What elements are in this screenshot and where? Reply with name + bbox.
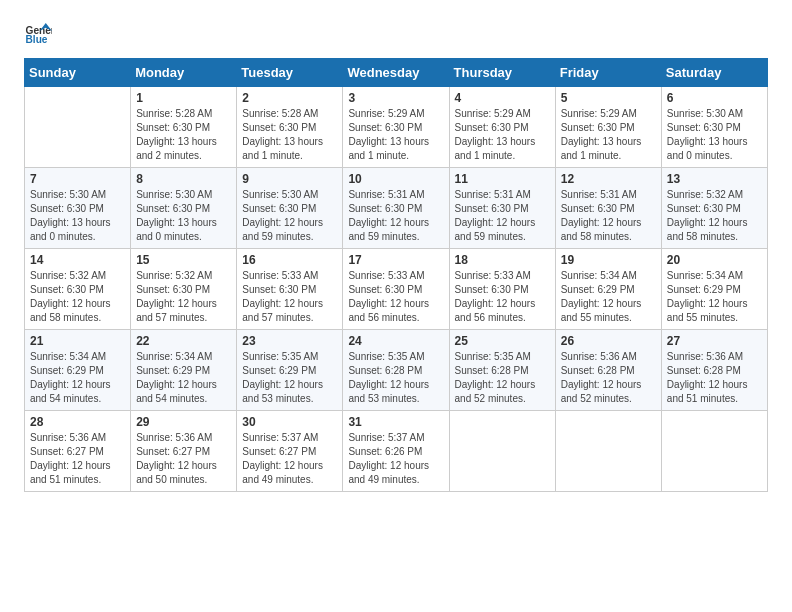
day-number: 4 [455, 91, 550, 105]
day-info: Sunrise: 5:32 AM Sunset: 6:30 PM Dayligh… [136, 269, 231, 325]
calendar-cell: 8Sunrise: 5:30 AM Sunset: 6:30 PM Daylig… [131, 168, 237, 249]
day-info: Sunrise: 5:32 AM Sunset: 6:30 PM Dayligh… [667, 188, 762, 244]
day-info: Sunrise: 5:28 AM Sunset: 6:30 PM Dayligh… [242, 107, 337, 163]
day-info: Sunrise: 5:33 AM Sunset: 6:30 PM Dayligh… [348, 269, 443, 325]
day-number: 19 [561, 253, 656, 267]
calendar-cell: 14Sunrise: 5:32 AM Sunset: 6:30 PM Dayli… [25, 249, 131, 330]
calendar-cell: 28Sunrise: 5:36 AM Sunset: 6:27 PM Dayli… [25, 411, 131, 492]
calendar-cell: 7Sunrise: 5:30 AM Sunset: 6:30 PM Daylig… [25, 168, 131, 249]
day-info: Sunrise: 5:35 AM Sunset: 6:28 PM Dayligh… [455, 350, 550, 406]
day-number: 24 [348, 334, 443, 348]
calendar-cell [661, 411, 767, 492]
day-info: Sunrise: 5:32 AM Sunset: 6:30 PM Dayligh… [30, 269, 125, 325]
day-info: Sunrise: 5:30 AM Sunset: 6:30 PM Dayligh… [136, 188, 231, 244]
day-number: 2 [242, 91, 337, 105]
day-number: 9 [242, 172, 337, 186]
calendar-cell: 30Sunrise: 5:37 AM Sunset: 6:27 PM Dayli… [237, 411, 343, 492]
calendar-cell: 31Sunrise: 5:37 AM Sunset: 6:26 PM Dayli… [343, 411, 449, 492]
calendar-cell: 11Sunrise: 5:31 AM Sunset: 6:30 PM Dayli… [449, 168, 555, 249]
calendar-week-row: 1Sunrise: 5:28 AM Sunset: 6:30 PM Daylig… [25, 87, 768, 168]
calendar-cell: 9Sunrise: 5:30 AM Sunset: 6:30 PM Daylig… [237, 168, 343, 249]
calendar-cell: 5Sunrise: 5:29 AM Sunset: 6:30 PM Daylig… [555, 87, 661, 168]
calendar-header-row: SundayMondayTuesdayWednesdayThursdayFrid… [25, 59, 768, 87]
day-number: 8 [136, 172, 231, 186]
col-header-friday: Friday [555, 59, 661, 87]
day-number: 26 [561, 334, 656, 348]
col-header-thursday: Thursday [449, 59, 555, 87]
day-number: 30 [242, 415, 337, 429]
calendar-cell: 3Sunrise: 5:29 AM Sunset: 6:30 PM Daylig… [343, 87, 449, 168]
day-info: Sunrise: 5:30 AM Sunset: 6:30 PM Dayligh… [30, 188, 125, 244]
day-info: Sunrise: 5:37 AM Sunset: 6:27 PM Dayligh… [242, 431, 337, 487]
day-info: Sunrise: 5:35 AM Sunset: 6:28 PM Dayligh… [348, 350, 443, 406]
day-info: Sunrise: 5:31 AM Sunset: 6:30 PM Dayligh… [455, 188, 550, 244]
day-info: Sunrise: 5:31 AM Sunset: 6:30 PM Dayligh… [348, 188, 443, 244]
calendar-cell [449, 411, 555, 492]
day-number: 16 [242, 253, 337, 267]
calendar-cell: 23Sunrise: 5:35 AM Sunset: 6:29 PM Dayli… [237, 330, 343, 411]
calendar-cell: 4Sunrise: 5:29 AM Sunset: 6:30 PM Daylig… [449, 87, 555, 168]
day-number: 27 [667, 334, 762, 348]
calendar-cell [25, 87, 131, 168]
day-info: Sunrise: 5:29 AM Sunset: 6:30 PM Dayligh… [561, 107, 656, 163]
calendar-cell: 27Sunrise: 5:36 AM Sunset: 6:28 PM Dayli… [661, 330, 767, 411]
calendar-week-row: 28Sunrise: 5:36 AM Sunset: 6:27 PM Dayli… [25, 411, 768, 492]
col-header-tuesday: Tuesday [237, 59, 343, 87]
day-info: Sunrise: 5:31 AM Sunset: 6:30 PM Dayligh… [561, 188, 656, 244]
day-info: Sunrise: 5:30 AM Sunset: 6:30 PM Dayligh… [667, 107, 762, 163]
calendar-cell: 20Sunrise: 5:34 AM Sunset: 6:29 PM Dayli… [661, 249, 767, 330]
calendar-cell: 21Sunrise: 5:34 AM Sunset: 6:29 PM Dayli… [25, 330, 131, 411]
calendar-cell: 2Sunrise: 5:28 AM Sunset: 6:30 PM Daylig… [237, 87, 343, 168]
calendar-cell: 10Sunrise: 5:31 AM Sunset: 6:30 PM Dayli… [343, 168, 449, 249]
day-number: 20 [667, 253, 762, 267]
calendar-cell: 19Sunrise: 5:34 AM Sunset: 6:29 PM Dayli… [555, 249, 661, 330]
day-info: Sunrise: 5:36 AM Sunset: 6:27 PM Dayligh… [136, 431, 231, 487]
day-info: Sunrise: 5:36 AM Sunset: 6:27 PM Dayligh… [30, 431, 125, 487]
day-number: 22 [136, 334, 231, 348]
logo: General Blue [24, 20, 56, 48]
day-number: 18 [455, 253, 550, 267]
calendar-cell: 18Sunrise: 5:33 AM Sunset: 6:30 PM Dayli… [449, 249, 555, 330]
day-info: Sunrise: 5:34 AM Sunset: 6:29 PM Dayligh… [667, 269, 762, 325]
day-number: 31 [348, 415, 443, 429]
day-number: 14 [30, 253, 125, 267]
day-number: 3 [348, 91, 443, 105]
calendar-cell [555, 411, 661, 492]
col-header-sunday: Sunday [25, 59, 131, 87]
calendar-cell: 17Sunrise: 5:33 AM Sunset: 6:30 PM Dayli… [343, 249, 449, 330]
calendar-week-row: 7Sunrise: 5:30 AM Sunset: 6:30 PM Daylig… [25, 168, 768, 249]
day-info: Sunrise: 5:35 AM Sunset: 6:29 PM Dayligh… [242, 350, 337, 406]
col-header-wednesday: Wednesday [343, 59, 449, 87]
day-info: Sunrise: 5:36 AM Sunset: 6:28 PM Dayligh… [561, 350, 656, 406]
calendar-cell: 16Sunrise: 5:33 AM Sunset: 6:30 PM Dayli… [237, 249, 343, 330]
svg-text:Blue: Blue [26, 34, 48, 45]
day-info: Sunrise: 5:29 AM Sunset: 6:30 PM Dayligh… [455, 107, 550, 163]
day-number: 10 [348, 172, 443, 186]
day-info: Sunrise: 5:33 AM Sunset: 6:30 PM Dayligh… [455, 269, 550, 325]
day-number: 29 [136, 415, 231, 429]
calendar-week-row: 14Sunrise: 5:32 AM Sunset: 6:30 PM Dayli… [25, 249, 768, 330]
day-number: 23 [242, 334, 337, 348]
day-number: 13 [667, 172, 762, 186]
calendar-cell: 26Sunrise: 5:36 AM Sunset: 6:28 PM Dayli… [555, 330, 661, 411]
day-info: Sunrise: 5:34 AM Sunset: 6:29 PM Dayligh… [30, 350, 125, 406]
calendar-cell: 24Sunrise: 5:35 AM Sunset: 6:28 PM Dayli… [343, 330, 449, 411]
day-info: Sunrise: 5:30 AM Sunset: 6:30 PM Dayligh… [242, 188, 337, 244]
day-number: 17 [348, 253, 443, 267]
day-number: 28 [30, 415, 125, 429]
day-number: 21 [30, 334, 125, 348]
day-number: 11 [455, 172, 550, 186]
day-info: Sunrise: 5:34 AM Sunset: 6:29 PM Dayligh… [561, 269, 656, 325]
calendar-cell: 12Sunrise: 5:31 AM Sunset: 6:30 PM Dayli… [555, 168, 661, 249]
calendar-cell: 25Sunrise: 5:35 AM Sunset: 6:28 PM Dayli… [449, 330, 555, 411]
day-number: 15 [136, 253, 231, 267]
generalblue-logo-icon: General Blue [24, 20, 52, 48]
day-info: Sunrise: 5:36 AM Sunset: 6:28 PM Dayligh… [667, 350, 762, 406]
header: General Blue [24, 20, 768, 48]
col-header-monday: Monday [131, 59, 237, 87]
calendar-week-row: 21Sunrise: 5:34 AM Sunset: 6:29 PM Dayli… [25, 330, 768, 411]
calendar-cell: 1Sunrise: 5:28 AM Sunset: 6:30 PM Daylig… [131, 87, 237, 168]
day-info: Sunrise: 5:37 AM Sunset: 6:26 PM Dayligh… [348, 431, 443, 487]
col-header-saturday: Saturday [661, 59, 767, 87]
calendar-cell: 29Sunrise: 5:36 AM Sunset: 6:27 PM Dayli… [131, 411, 237, 492]
